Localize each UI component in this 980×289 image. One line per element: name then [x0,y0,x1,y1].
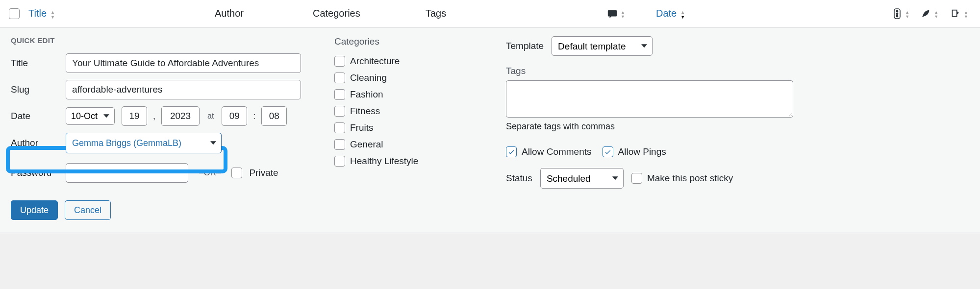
year-input[interactable] [161,106,200,126]
sort-arrows-icon [905,9,909,18]
private-checkbox[interactable] [231,168,242,178]
title-input[interactable] [66,53,301,73]
category-item[interactable]: Fruits [334,122,477,133]
column-tags[interactable]: Tags [426,8,528,19]
sort-arrows-icon [680,9,685,19]
column-author[interactable]: Author [215,8,313,19]
svg-point-1 [897,10,898,12]
update-button[interactable]: Update [11,200,58,220]
category-label: Fashion [350,89,383,100]
category-item[interactable]: Healthy Lifestyle [334,156,477,167]
tags-hint: Separate tags with commas [506,121,969,132]
category-label: Architecture [350,56,400,67]
author-select[interactable]: Gemma Briggs (GemmaLB) [66,133,222,153]
feather-icon [920,8,931,19]
category-checkbox[interactable] [334,72,345,83]
cancel-button[interactable]: Cancel [65,200,111,220]
category-checkbox[interactable] [334,139,345,150]
column-date[interactable]: Date [656,8,793,19]
slug-label: Slug [11,84,59,95]
day-input[interactable] [122,106,147,126]
category-checkbox[interactable] [334,56,345,67]
column-title[interactable]: Title [28,8,55,19]
select-all-checkbox[interactable] [9,8,20,19]
categories-label: Categories [334,36,477,47]
allow-pings-checkbox[interactable] [603,146,613,157]
sticky-label: Make this post sticky [647,173,733,184]
category-item[interactable]: Fashion [334,89,477,100]
svg-point-2 [897,13,898,14]
category-label: Cleaning [350,72,387,83]
date-label: Date [11,111,59,121]
title-label: Title [11,58,59,69]
sticky-checkbox[interactable] [631,173,642,184]
column-seo[interactable] [892,8,909,20]
or-label: –OR– [199,168,221,178]
password-input[interactable] [66,163,188,183]
template-select[interactable]: Default template [552,36,653,56]
allow-comments-checkbox[interactable] [506,146,517,157]
status-label: Status [506,173,532,184]
category-checkbox[interactable] [334,122,345,133]
category-label: General [350,139,383,150]
hour-input[interactable] [222,106,247,126]
column-categories[interactable]: Categories [313,8,426,19]
sort-arrows-icon [621,9,625,18]
month-select[interactable]: 10-Oct [66,107,115,125]
category-checkbox[interactable] [334,89,345,100]
column-comments[interactable] [607,8,656,19]
tags-input[interactable] [506,80,793,118]
status-select[interactable]: Scheduled [540,168,624,189]
category-label: Fruits [350,122,374,133]
column-title-label: Title [28,8,47,19]
allow-pings-label: Allow Pings [618,146,666,157]
tags-label: Tags [506,66,969,76]
sort-arrows-icon [934,9,938,18]
private-label: Private [249,168,278,178]
category-label: Fitness [350,106,380,117]
category-label: Healthy Lifestyle [350,156,418,167]
author-label: Author [11,138,59,148]
sort-arrows-icon [50,9,55,19]
category-item[interactable]: Cleaning [334,72,477,83]
traffic-light-icon [892,8,902,20]
category-checkbox[interactable] [334,106,345,117]
at-label: at [207,112,214,120]
category-item[interactable]: Fitness [334,106,477,117]
comments-icon [607,8,618,19]
minute-input[interactable] [261,106,287,126]
sort-arrows-icon [964,9,968,18]
quick-edit-heading: Quick Edit [11,36,305,45]
category-item[interactable]: Architecture [334,56,477,67]
categories-list: Architecture Cleaning Fashion Fitness Fr… [334,54,477,167]
category-item[interactable]: General [334,139,477,150]
password-label: Password [11,168,59,178]
category-checkbox[interactable] [334,156,345,167]
column-readability[interactable] [920,8,938,19]
column-links[interactable] [949,8,968,19]
slug-input[interactable] [66,80,301,99]
outgoing-link-icon [949,8,961,19]
svg-point-3 [897,15,898,17]
allow-comments-label: Allow Comments [522,146,592,157]
template-label: Template [506,41,544,51]
